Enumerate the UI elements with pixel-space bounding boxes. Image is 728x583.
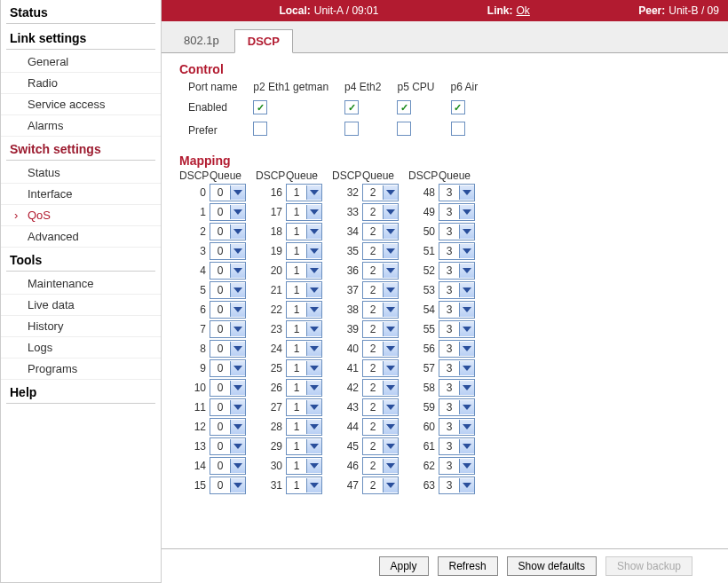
queue-select[interactable]: 2 [362, 359, 399, 377]
queue-select[interactable]: 1 [286, 340, 322, 358]
queue-select[interactable]: 0 [210, 418, 246, 436]
queue-select[interactable]: 0 [210, 320, 246, 338]
sidebar-group-title[interactable]: Switch settings [1, 137, 161, 158]
queue-select[interactable]: 2 [362, 457, 399, 475]
queue-select[interactable]: 1 [286, 477, 322, 494]
queue-select[interactable]: 1 [286, 203, 322, 221]
queue-select[interactable]: 2 [362, 437, 399, 455]
queue-select[interactable]: 2 [362, 379, 399, 397]
queue-select[interactable]: 3 [439, 418, 475, 436]
sidebar-item-alarms[interactable]: ›Alarms [1, 115, 161, 137]
queue-select[interactable]: 2 [362, 301, 399, 319]
dscp-number: 36 [332, 264, 362, 277]
queue-select[interactable]: 2 [362, 340, 399, 358]
queue-select[interactable]: 0 [210, 184, 246, 201]
sidebar-item-qos[interactable]: ›QoS [1, 205, 161, 226]
checkbox[interactable] [253, 100, 267, 114]
refresh-button[interactable]: Refresh [438, 556, 498, 576]
queue-select[interactable]: 2 [362, 418, 399, 436]
queue-select[interactable]: 0 [210, 437, 246, 455]
queue-select[interactable]: 3 [439, 281, 475, 299]
sidebar-group-title[interactable]: Status [1, 0, 161, 21]
sidebar-item-maintenance[interactable]: ›Maintenance [1, 273, 161, 295]
queue-select[interactable]: 3 [439, 320, 475, 338]
sidebar-group-title[interactable]: Tools [1, 248, 161, 269]
sidebar-item-logs[interactable]: ›Logs [1, 337, 161, 358]
queue-select[interactable]: 2 [362, 223, 399, 240]
queue-select[interactable]: 2 [362, 203, 399, 221]
sidebar-item-service-access[interactable]: ›Service access [1, 94, 161, 115]
sidebar-group-title[interactable]: Link settings [1, 26, 161, 47]
topbar-link-value[interactable]: Ok [517, 4, 530, 17]
checkbox[interactable] [451, 100, 465, 114]
queue-select[interactable]: 3 [439, 242, 475, 260]
queue-select[interactable]: 2 [362, 398, 399, 416]
checkbox[interactable] [397, 100, 411, 114]
queue-select[interactable]: 3 [439, 223, 475, 240]
queue-select[interactable]: 0 [210, 262, 246, 280]
queue-select[interactable]: 1 [286, 301, 322, 319]
checkbox[interactable] [451, 122, 465, 136]
sidebar-item-interface[interactable]: ›Interface [1, 184, 161, 205]
queue-select[interactable]: 2 [362, 281, 399, 299]
queue-select[interactable]: 1 [286, 242, 322, 260]
mapping-row: 493 [408, 203, 479, 221]
checkbox[interactable] [344, 100, 359, 114]
queue-select[interactable]: 3 [439, 184, 475, 201]
checkbox[interactable] [253, 122, 267, 136]
queue-select[interactable]: 0 [210, 281, 246, 299]
sidebar-item-live-data[interactable]: ›Live data [1, 295, 161, 316]
sidebar-group-title[interactable]: Help [1, 380, 161, 401]
checkbox[interactable] [344, 122, 359, 136]
sidebar-item-general[interactable]: ›General [1, 51, 161, 73]
queue-select[interactable]: 2 [362, 262, 399, 280]
queue-select[interactable]: 0 [210, 301, 246, 319]
queue-value: 3 [439, 303, 459, 316]
queue-select[interactable]: 1 [286, 184, 322, 201]
queue-select[interactable]: 0 [210, 242, 246, 260]
queue-select[interactable]: 3 [439, 379, 475, 397]
sidebar-item-history[interactable]: ›History [1, 316, 161, 337]
queue-select[interactable]: 3 [439, 477, 475, 494]
queue-select[interactable]: 1 [286, 281, 322, 299]
queue-select[interactable]: 0 [210, 398, 246, 416]
sidebar-item-radio[interactable]: ›Radio [1, 73, 161, 94]
queue-select[interactable]: 2 [362, 477, 399, 494]
queue-select[interactable]: 1 [286, 457, 322, 475]
queue-select[interactable]: 3 [439, 340, 475, 358]
queue-select[interactable]: 0 [210, 203, 246, 221]
queue-select[interactable]: 3 [439, 398, 475, 416]
sidebar-item-programs[interactable]: ›Programs [1, 358, 161, 380]
tab-8021p[interactable]: 802.1p [170, 28, 233, 52]
queue-select[interactable]: 3 [439, 262, 475, 280]
queue-select[interactable]: 1 [286, 359, 322, 377]
queue-select[interactable]: 1 [286, 262, 322, 280]
tab-dscp[interactable]: DSCP [234, 29, 293, 53]
queue-select[interactable]: 1 [286, 379, 322, 397]
queue-select[interactable]: 0 [210, 477, 246, 494]
queue-select[interactable]: 1 [286, 437, 322, 455]
queue-select[interactable]: 2 [362, 184, 399, 201]
queue-select[interactable]: 0 [210, 457, 246, 475]
queue-select[interactable]: 0 [210, 379, 246, 397]
checkbox[interactable] [397, 122, 411, 136]
queue-select[interactable]: 0 [210, 340, 246, 358]
queue-select[interactable]: 0 [210, 359, 246, 377]
apply-button[interactable]: Apply [379, 556, 429, 576]
show-defaults-button[interactable]: Show defaults [507, 556, 597, 576]
queue-select[interactable]: 2 [362, 320, 399, 338]
queue-select[interactable]: 1 [286, 223, 322, 240]
queue-select[interactable]: 2 [362, 242, 399, 260]
queue-select[interactable]: 3 [439, 359, 475, 377]
queue-select[interactable]: 3 [439, 457, 475, 475]
queue-select[interactable]: 0 [210, 223, 246, 240]
queue-select[interactable]: 1 [286, 418, 322, 436]
show-backup-button[interactable]: Show backup [605, 556, 692, 576]
sidebar-item-status[interactable]: ›Status [1, 162, 161, 184]
sidebar-item-advanced[interactable]: ›Advanced [1, 226, 161, 248]
queue-select[interactable]: 1 [286, 398, 322, 416]
queue-select[interactable]: 3 [439, 437, 475, 455]
queue-select[interactable]: 1 [286, 320, 322, 338]
queue-select[interactable]: 3 [439, 203, 475, 221]
queue-select[interactable]: 3 [439, 301, 475, 319]
